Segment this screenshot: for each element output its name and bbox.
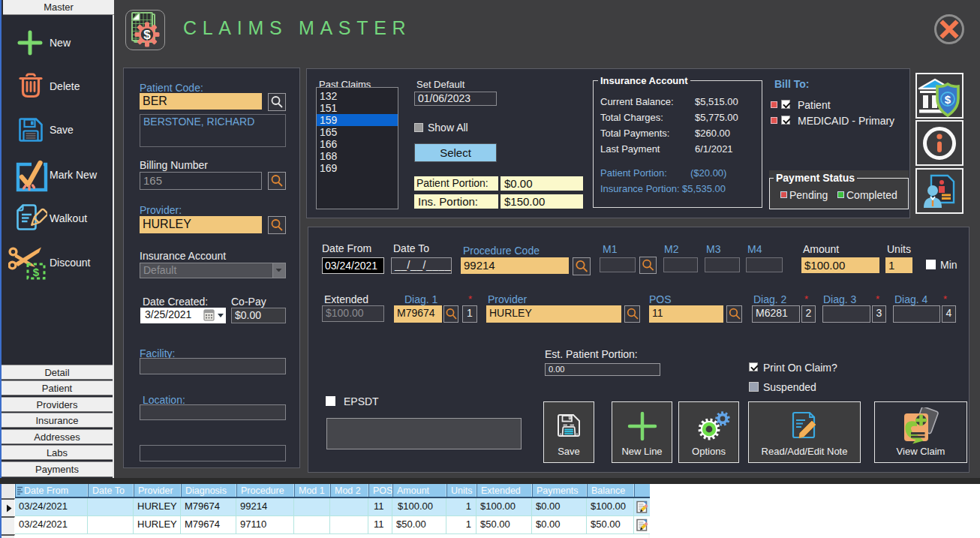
svg-text:$: $: [143, 28, 151, 42]
svg-text:$: $: [945, 92, 951, 105]
svg-text:$: $: [33, 266, 40, 278]
